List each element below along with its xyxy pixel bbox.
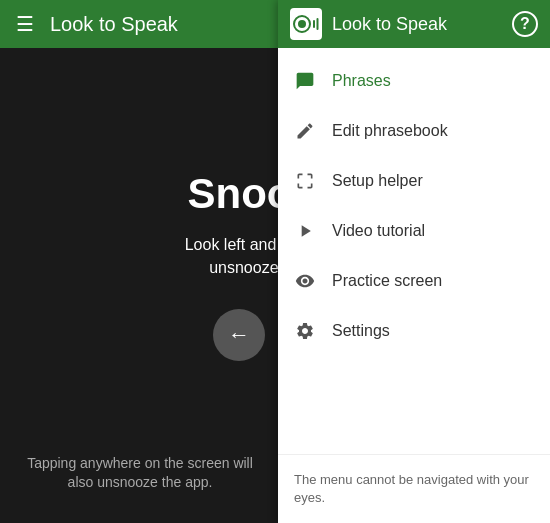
bottom-snooze-text: Tapping anywhere on the screen will also… (20, 454, 260, 493)
menu-item-video-tutorial[interactable]: Video tutorial (278, 206, 550, 256)
practice-screen-label: Practice screen (332, 272, 442, 290)
svg-point-1 (298, 20, 306, 28)
dropdown-menu: Look to Speak ? Phrases Edit phrasebook … (278, 0, 550, 523)
play-icon (294, 220, 316, 242)
app-icon (290, 8, 322, 40)
arrow-left-button[interactable]: ← (213, 309, 265, 361)
svg-rect-2 (313, 20, 315, 28)
settings-scan-icon (294, 170, 316, 192)
dropdown-title: Look to Speak (332, 14, 447, 35)
dropdown-header: Look to Speak ? (278, 0, 550, 48)
menu-item-practice-screen[interactable]: Practice screen (278, 256, 550, 306)
pencil-icon (294, 120, 316, 142)
hamburger-icon[interactable]: ☰ (16, 12, 34, 36)
edit-phrasebook-label: Edit phrasebook (332, 122, 448, 140)
menu-item-settings[interactable]: Settings (278, 306, 550, 356)
bg-app-title: Look to Speak (50, 13, 178, 36)
chat-icon (294, 70, 316, 92)
gear-icon (294, 320, 316, 342)
menu-list: Phrases Edit phrasebook Setup helper Vid… (278, 48, 550, 454)
video-tutorial-label: Video tutorial (332, 222, 425, 240)
menu-item-setup-helper[interactable]: Setup helper (278, 156, 550, 206)
menu-item-phrases[interactable]: Phrases (278, 56, 550, 106)
dropdown-help-icon[interactable]: ? (512, 11, 538, 37)
menu-item-edit-phrasebook[interactable]: Edit phrasebook (278, 106, 550, 156)
settings-label: Settings (332, 322, 390, 340)
svg-rect-3 (317, 18, 319, 30)
phrases-label: Phrases (332, 72, 391, 90)
app-logo-svg (292, 14, 320, 34)
setup-helper-label: Setup helper (332, 172, 423, 190)
eye-icon (294, 270, 316, 292)
dropdown-bottom-note: The menu cannot be navigated with your e… (278, 454, 550, 523)
